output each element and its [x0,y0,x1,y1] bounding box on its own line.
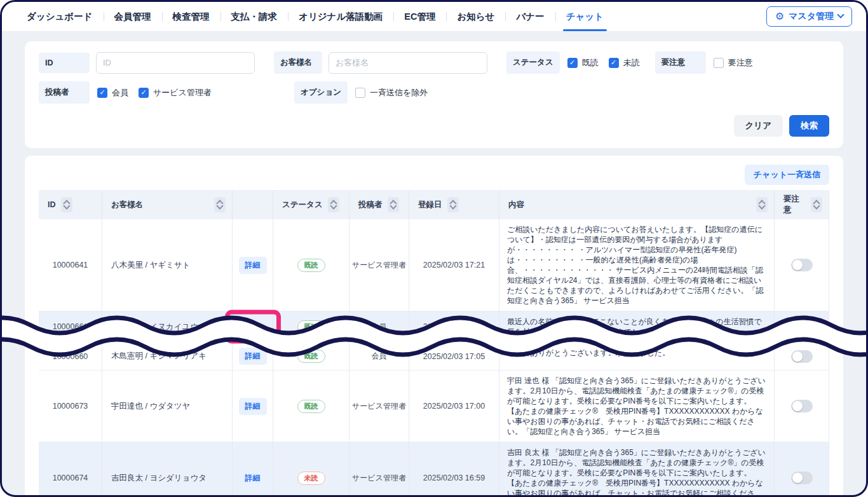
cell-content: ご相談いただきました内容についてお答えいたします。【認知症の遺伝について】・認知… [499,219,775,311]
nav-item-rakugo-videos[interactable]: オリジナル落語動画 [288,2,393,31]
cell-caution [775,371,829,442]
chat-list-panel: チャット一斉送信 ID お客様名 ステータス [25,156,843,497]
table-row: 10000660 木島憲明 / キジマノリアキ 詳細 既読 会員 2025/02… [39,343,829,371]
search-filter-panel: ID お客様名 ステータス 既読 未読 要注意 [25,41,843,148]
nav-item-news[interactable]: お知らせ [446,2,505,31]
nav-item-dashboard[interactable]: ダッシュボード [16,2,104,31]
checkbox-icon [139,88,149,98]
cell-caution [775,311,829,342]
cell-id: 10000661 [39,311,102,342]
poster-member-checkbox[interactable]: 会員 [97,87,128,99]
cell-poster: 会員 [349,311,409,342]
chevron-down-icon [837,11,844,18]
sort-icon[interactable] [61,197,72,212]
master-settings-button[interactable]: ⚙ マスタ管理 [766,6,852,27]
checkbox-icon [567,58,578,68]
column-label: 投稿者 [358,200,383,210]
detail-button[interactable]: 詳細 [239,257,267,274]
nav-item-banner[interactable]: バナー [505,2,555,31]
customer-name-filter-input[interactable] [329,52,487,74]
column-header-status: ステータス [273,190,349,219]
column-header-date: 登録日 [409,190,499,219]
cell-content: ご回答ありがとうございます。承知しました。 [499,343,775,370]
checkbox-label: サービス管理者 [153,87,212,99]
column-header-id: ID [39,190,102,219]
cell-detail: 詳細 [233,311,273,342]
column-label: ID [48,200,56,209]
caution-toggle[interactable] [791,259,813,271]
status-badge: 既読 [297,259,325,272]
column-label: 内容 [508,200,751,210]
caution-checkbox[interactable]: 要注意 [714,57,753,69]
detail-button[interactable]: 詳細 [239,398,267,415]
detail-button[interactable]: 詳細 [239,348,267,365]
status-badge: 既読 [297,400,325,413]
exclude-broadcast-checkbox[interactable]: 一斉送信を除外 [355,87,428,99]
nav-item-billing[interactable]: 支払・請求 [220,2,288,31]
cell-id: 10000674 [39,442,102,497]
cell-date: 2025/02/03 17:07 [409,311,499,342]
filter-row-1: ID お客様名 ステータス 既読 未読 要注意 [39,51,829,74]
table-row: 10000661 犬飼優実 / イヌカイユウミ 詳細 既読 会員 2025/02… [39,311,829,343]
poster-service-admin-checkbox[interactable]: サービス管理者 [139,87,212,99]
detail-button[interactable]: 詳細 [239,318,267,336]
cell-poster: サービス管理者 [349,371,409,442]
cell-caution [775,219,829,311]
cell-status: 既読 [273,343,349,370]
cell-date: 2025/02/03 16:59 [409,442,499,497]
checkbox-label: 既読 [582,57,599,69]
sort-icon[interactable] [388,197,399,212]
checkbox-label: 要注意 [728,57,753,69]
cell-content: 最近人の名前や言葉が出てこないことが良くあります。日々の生活習慣で気を付けるべき… [499,311,775,342]
checkbox-icon [97,88,107,98]
column-header-content: 内容 [499,190,775,219]
id-filter-input[interactable] [96,52,255,74]
cell-status: 既読 [273,371,349,442]
poster-checkbox-group: 会員 サービス管理者 [97,87,294,99]
sort-icon[interactable] [811,197,822,212]
cell-id: 10000673 [39,371,102,442]
cell-date: 2025/02/03 17:05 [409,343,499,370]
cell-status: 未読 [273,442,349,497]
cell-id: 10000660 [39,343,102,370]
nav-item-exams[interactable]: 検査管理 [162,2,220,31]
checkbox-label: 会員 [112,87,128,99]
nav-item-ec[interactable]: EC管理 [393,2,446,31]
sort-icon[interactable] [756,197,768,212]
cell-poster: サービス管理者 [349,442,409,497]
page-content: ID お客様名 ステータス 既読 未読 要注意 [2,31,866,497]
column-label: 要注意 [783,194,806,215]
sort-icon[interactable] [328,197,339,212]
option-checkbox-group: 一斉送信を除外 [355,87,428,99]
status-badge: 既読 [297,320,325,334]
sort-icon[interactable] [447,197,459,212]
nav-item-members[interactable]: 会員管理 [104,2,162,31]
status-unread-checkbox[interactable]: 未読 [609,57,640,69]
clear-button[interactable]: クリア [734,115,783,137]
caution-toggle[interactable] [791,320,813,333]
caution-toggle[interactable] [791,472,813,484]
cell-poster: 会員 [349,343,409,370]
detail-button[interactable]: 詳細 [239,470,267,487]
checkbox-icon [355,88,365,98]
cell-id: 10000641 [39,219,102,311]
cell-customer-name: 吉田良太 / ヨシダリョウタ [102,442,233,497]
main-nav: ダッシュボード 会員管理 検査管理 支払・請求 オリジナル落語動画 EC管理 お… [16,2,614,31]
sort-icon[interactable] [214,197,226,212]
cell-caution [775,442,829,497]
nav-item-chat[interactable]: チャット [555,2,614,31]
caution-toggle[interactable] [791,400,813,412]
search-button[interactable]: 検索 [789,115,829,137]
gear-icon: ⚙ [775,11,784,22]
column-label: ステータス [282,200,323,210]
cell-customer-name: 木島憲明 / キジマノリアキ [102,343,233,370]
cell-detail: 詳細 [233,371,273,442]
broadcast-row: チャット一斉送信 [39,161,829,190]
table-row: 10000674 吉田良太 / ヨシダリョウタ 詳細 未読 サービス管理者 20… [39,442,829,497]
cell-content: 吉田 良太 様 「認知症と向き合う365」にご登録いただきありがとうございます。… [499,442,775,497]
cell-status: 既読 [273,311,349,342]
chat-broadcast-button[interactable]: チャット一斉送信 [745,165,829,185]
caution-checkbox-group: 要注意 [714,57,753,69]
caution-toggle[interactable] [791,350,813,363]
status-read-checkbox[interactable]: 既読 [567,57,599,69]
